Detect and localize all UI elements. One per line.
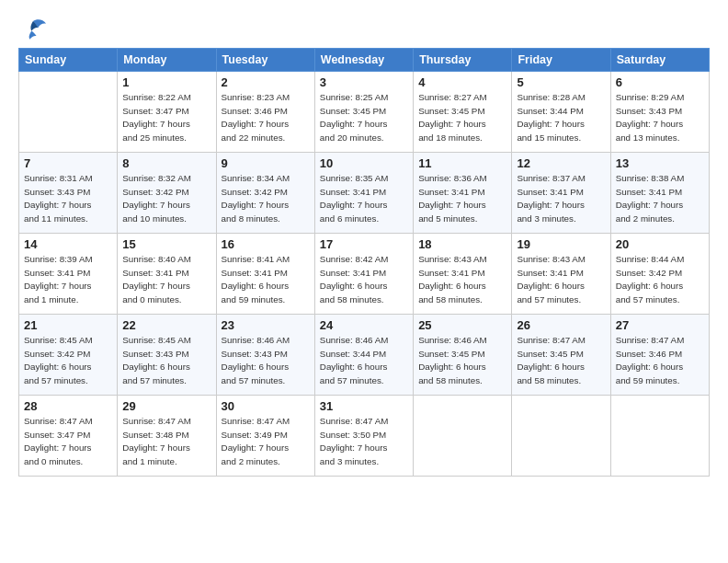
- day-cell: 15Sunrise: 8:40 AM Sunset: 3:41 PM Dayli…: [118, 234, 216, 315]
- day-info: Sunrise: 8:41 AM Sunset: 3:41 PM Dayligh…: [222, 253, 310, 307]
- day-info: Sunrise: 8:47 AM Sunset: 3:48 PM Dayligh…: [122, 415, 210, 469]
- day-info: Sunrise: 8:36 AM Sunset: 3:41 PM Dayligh…: [418, 172, 506, 226]
- logo: [18, 17, 51, 42]
- day-cell: 27Sunrise: 8:47 AM Sunset: 3:46 PM Dayli…: [610, 315, 709, 396]
- day-info: Sunrise: 8:32 AM Sunset: 3:42 PM Dayligh…: [122, 172, 210, 226]
- day-cell: 18Sunrise: 8:43 AM Sunset: 3:41 PM Dayli…: [414, 234, 512, 315]
- day-info: Sunrise: 8:43 AM Sunset: 3:41 PM Dayligh…: [517, 253, 605, 307]
- day-number: 16: [222, 237, 310, 251]
- day-info: Sunrise: 8:46 AM Sunset: 3:43 PM Dayligh…: [222, 334, 310, 388]
- col-header-friday: Friday: [512, 49, 610, 72]
- day-cell: 20Sunrise: 8:44 AM Sunset: 3:42 PM Dayli…: [610, 234, 709, 315]
- day-info: Sunrise: 8:25 AM Sunset: 3:45 PM Dayligh…: [320, 91, 408, 145]
- day-cell: [610, 396, 709, 477]
- day-number: 22: [122, 318, 210, 332]
- day-info: Sunrise: 8:47 AM Sunset: 3:46 PM Dayligh…: [616, 334, 704, 388]
- calendar-table: SundayMondayTuesdayWednesdayThursdayFrid…: [18, 48, 710, 477]
- day-info: Sunrise: 8:22 AM Sunset: 3:47 PM Dayligh…: [122, 91, 210, 145]
- day-cell: 19Sunrise: 8:43 AM Sunset: 3:41 PM Dayli…: [512, 234, 610, 315]
- day-cell: 25Sunrise: 8:46 AM Sunset: 3:45 PM Dayli…: [414, 315, 512, 396]
- day-number: 17: [320, 237, 408, 251]
- day-info: Sunrise: 8:31 AM Sunset: 3:43 PM Dayligh…: [24, 172, 112, 226]
- week-row-5: 28Sunrise: 8:47 AM Sunset: 3:47 PM Dayli…: [19, 396, 710, 477]
- col-header-thursday: Thursday: [414, 49, 512, 72]
- day-cell: 14Sunrise: 8:39 AM Sunset: 3:41 PM Dayli…: [19, 234, 118, 315]
- day-info: Sunrise: 8:45 AM Sunset: 3:43 PM Dayligh…: [122, 334, 210, 388]
- day-info: Sunrise: 8:28 AM Sunset: 3:44 PM Dayligh…: [517, 91, 605, 145]
- week-row-2: 7Sunrise: 8:31 AM Sunset: 3:43 PM Daylig…: [19, 153, 710, 234]
- day-cell: 10Sunrise: 8:35 AM Sunset: 3:41 PM Dayli…: [314, 153, 413, 234]
- day-number: 18: [418, 237, 506, 251]
- week-row-1: 1Sunrise: 8:22 AM Sunset: 3:47 PM Daylig…: [19, 72, 710, 153]
- day-cell: 6Sunrise: 8:29 AM Sunset: 3:43 PM Daylig…: [610, 72, 709, 153]
- day-info: Sunrise: 8:38 AM Sunset: 3:41 PM Dayligh…: [616, 172, 704, 226]
- day-cell: 9Sunrise: 8:34 AM Sunset: 3:42 PM Daylig…: [216, 153, 314, 234]
- day-cell: 5Sunrise: 8:28 AM Sunset: 3:44 PM Daylig…: [512, 72, 610, 153]
- day-cell: 11Sunrise: 8:36 AM Sunset: 3:41 PM Dayli…: [414, 153, 512, 234]
- day-number: 5: [517, 75, 605, 89]
- day-info: Sunrise: 8:43 AM Sunset: 3:41 PM Dayligh…: [418, 253, 506, 307]
- day-number: 27: [616, 318, 704, 332]
- day-cell: 16Sunrise: 8:41 AM Sunset: 3:41 PM Dayli…: [216, 234, 314, 315]
- page: SundayMondayTuesdayWednesdayThursdayFrid…: [0, 0, 728, 486]
- day-number: 20: [616, 237, 704, 251]
- day-number: 24: [320, 318, 408, 332]
- day-info: Sunrise: 8:23 AM Sunset: 3:46 PM Dayligh…: [222, 91, 310, 145]
- day-info: Sunrise: 8:39 AM Sunset: 3:41 PM Dayligh…: [24, 253, 112, 307]
- day-number: 9: [222, 156, 310, 170]
- day-cell: 12Sunrise: 8:37 AM Sunset: 3:41 PM Dayli…: [512, 153, 610, 234]
- day-number: 8: [122, 156, 210, 170]
- day-cell: 2Sunrise: 8:23 AM Sunset: 3:46 PM Daylig…: [216, 72, 314, 153]
- day-info: Sunrise: 8:47 AM Sunset: 3:49 PM Dayligh…: [222, 415, 310, 469]
- day-cell: 17Sunrise: 8:42 AM Sunset: 3:41 PM Dayli…: [314, 234, 413, 315]
- day-cell: 26Sunrise: 8:47 AM Sunset: 3:45 PM Dayli…: [512, 315, 610, 396]
- day-number: 1: [122, 75, 210, 89]
- day-number: 2: [222, 75, 310, 89]
- day-info: Sunrise: 8:37 AM Sunset: 3:41 PM Dayligh…: [517, 172, 605, 226]
- day-cell: 7Sunrise: 8:31 AM Sunset: 3:43 PM Daylig…: [19, 153, 118, 234]
- day-number: 29: [122, 399, 210, 413]
- day-cell: 23Sunrise: 8:46 AM Sunset: 3:43 PM Dayli…: [216, 315, 314, 396]
- header: [18, 17, 710, 42]
- day-number: 30: [222, 399, 310, 413]
- day-number: 26: [517, 318, 605, 332]
- day-cell: 31Sunrise: 8:47 AM Sunset: 3:50 PM Dayli…: [314, 396, 413, 477]
- day-number: 10: [320, 156, 408, 170]
- day-number: 13: [616, 156, 704, 170]
- day-cell: 4Sunrise: 8:27 AM Sunset: 3:45 PM Daylig…: [414, 72, 512, 153]
- day-cell: 24Sunrise: 8:46 AM Sunset: 3:44 PM Dayli…: [314, 315, 413, 396]
- day-number: 6: [616, 75, 704, 89]
- day-number: 14: [24, 237, 112, 251]
- day-info: Sunrise: 8:27 AM Sunset: 3:45 PM Dayligh…: [418, 91, 506, 145]
- day-number: 11: [418, 156, 506, 170]
- day-cell: 1Sunrise: 8:22 AM Sunset: 3:47 PM Daylig…: [118, 72, 216, 153]
- day-number: 19: [517, 237, 605, 251]
- day-number: 25: [418, 318, 506, 332]
- day-number: 3: [320, 75, 408, 89]
- day-info: Sunrise: 8:35 AM Sunset: 3:41 PM Dayligh…: [320, 172, 408, 226]
- day-cell: 29Sunrise: 8:47 AM Sunset: 3:48 PM Dayli…: [118, 396, 216, 477]
- week-row-3: 14Sunrise: 8:39 AM Sunset: 3:41 PM Dayli…: [19, 234, 710, 315]
- day-info: Sunrise: 8:44 AM Sunset: 3:42 PM Dayligh…: [616, 253, 704, 307]
- day-cell: 28Sunrise: 8:47 AM Sunset: 3:47 PM Dayli…: [19, 396, 118, 477]
- header-row: SundayMondayTuesdayWednesdayThursdayFrid…: [19, 49, 710, 72]
- day-number: 21: [24, 318, 112, 332]
- day-number: 15: [122, 237, 210, 251]
- day-cell: 30Sunrise: 8:47 AM Sunset: 3:49 PM Dayli…: [216, 396, 314, 477]
- day-cell: 22Sunrise: 8:45 AM Sunset: 3:43 PM Dayli…: [118, 315, 216, 396]
- day-info: Sunrise: 8:47 AM Sunset: 3:47 PM Dayligh…: [24, 415, 112, 469]
- day-cell: [512, 396, 610, 477]
- day-number: 12: [517, 156, 605, 170]
- day-cell: 3Sunrise: 8:25 AM Sunset: 3:45 PM Daylig…: [314, 72, 413, 153]
- day-cell: [414, 396, 512, 477]
- day-info: Sunrise: 8:29 AM Sunset: 3:43 PM Dayligh…: [616, 91, 704, 145]
- day-number: 31: [320, 399, 408, 413]
- day-number: 4: [418, 75, 506, 89]
- logo-icon: [18, 17, 48, 42]
- day-info: Sunrise: 8:46 AM Sunset: 3:45 PM Dayligh…: [418, 334, 506, 388]
- day-number: 7: [24, 156, 112, 170]
- week-row-4: 21Sunrise: 8:45 AM Sunset: 3:42 PM Dayli…: [19, 315, 710, 396]
- day-cell: [19, 72, 118, 153]
- day-info: Sunrise: 8:40 AM Sunset: 3:41 PM Dayligh…: [122, 253, 210, 307]
- day-number: 23: [222, 318, 310, 332]
